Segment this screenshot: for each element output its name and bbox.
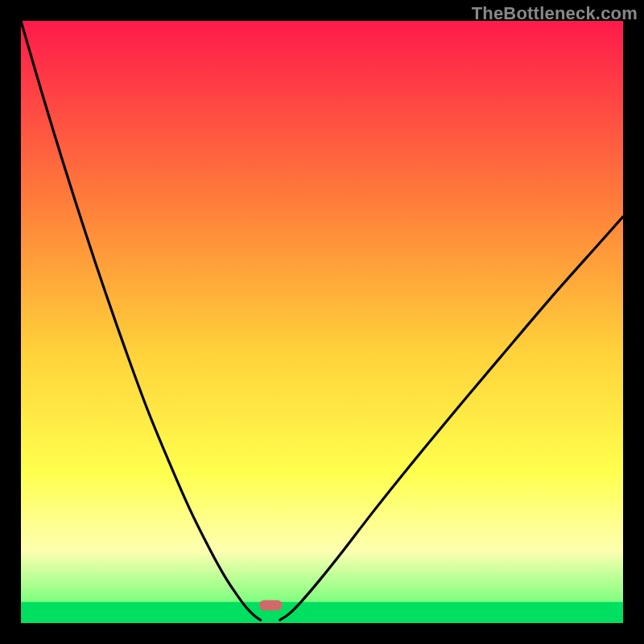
green-band bbox=[21, 602, 623, 623]
watermark-text: TheBottleneck.com bbox=[472, 3, 638, 24]
plot-area bbox=[21, 21, 623, 623]
bottleneck-chart bbox=[21, 21, 623, 623]
vertex-marker bbox=[259, 601, 282, 611]
chart-frame: TheBottleneck.com bbox=[0, 0, 644, 644]
gradient-background bbox=[21, 21, 623, 623]
